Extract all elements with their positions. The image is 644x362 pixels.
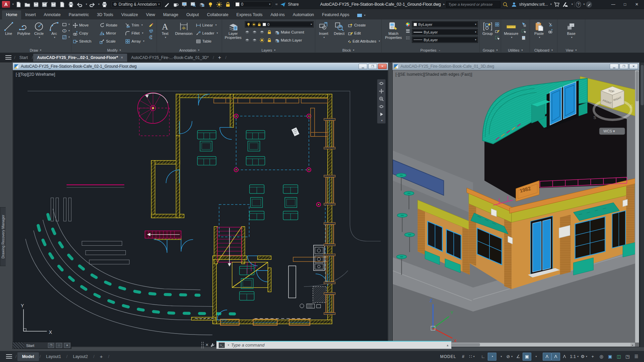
group-select-toggle[interactable]: [495, 36, 499, 40]
save-to-mobile-button[interactable]: [50, 1, 57, 8]
assistant-icon[interactable]: [586, 1, 592, 8]
autocad-logo[interactable]: A: [2, 1, 10, 8]
cart-icon[interactable]: [553, 1, 560, 8]
quick-layer-combo[interactable]: 0 ▾: [233, 1, 273, 8]
layer-freeze-button[interactable]: [260, 30, 264, 35]
left-window-close-button[interactable]: ✕: [378, 64, 387, 69]
layer-combo[interactable]: 0 ▾: [245, 21, 314, 27]
polar-tracking-toggle[interactable]: ◔: [488, 353, 496, 361]
make-current-button[interactable]: Make Current: [274, 29, 304, 36]
new-file-button[interactable]: [15, 1, 22, 8]
graphics-performance-button[interactable]: ◫: [614, 353, 623, 361]
close-window-button[interactable]: ✕: [632, 1, 642, 8]
zoom-icon[interactable]: [379, 96, 384, 102]
file-tab-menu-icon[interactable]: [5, 55, 11, 60]
copy-button[interactable]: Copy: [73, 30, 98, 37]
select-similar-button[interactable]: [521, 29, 526, 34]
layout2-tab[interactable]: Layout2: [68, 352, 92, 361]
panel-label-view[interactable]: View▾: [557, 48, 585, 53]
layer-walk-icon[interactable]: [198, 1, 206, 8]
file-tab-3d[interactable]: AutoCAD-FY25_Fire-...-Book-Cafe_01_3D*: [127, 54, 213, 62]
user-avatar[interactable]: [511, 1, 518, 8]
right-window-title-bar[interactable]: AutoCAD-FY25_Fire-Station-Book-Cafe_01_3…: [392, 63, 639, 70]
help-caret-icon[interactable]: ▾: [583, 3, 585, 6]
file-tab-ground-floor[interactable]: AutoCAD-FY25_Fire-...02-1_Ground-Floor* …: [33, 54, 127, 62]
user-caret-icon[interactable]: ▾: [550, 3, 552, 6]
right-window-close-button[interactable]: ✕: [629, 64, 638, 69]
share-icon[interactable]: [279, 1, 287, 8]
rotate-button[interactable]: Rotate: [100, 22, 123, 28]
panel-label-utilities[interactable]: Utilities▾: [501, 48, 530, 53]
left-window-restore-button[interactable]: ❐: [368, 64, 377, 69]
layer-on-bulb-icon[interactable]: [207, 1, 214, 8]
grid-toggle[interactable]: #: [459, 353, 468, 361]
panel-label-properties[interactable]: Properties⌄: [382, 48, 479, 53]
explode-button[interactable]: [149, 28, 153, 33]
minimized-restore-button[interactable]: ❐: [48, 343, 54, 348]
minimized-window-grip[interactable]: [13, 342, 24, 349]
autodesk-logo-icon[interactable]: [562, 1, 569, 8]
text-button[interactable]: Text▾: [158, 20, 172, 39]
base-view-button[interactable]: Base▾: [564, 20, 579, 39]
tab-manage[interactable]: Manage: [159, 10, 182, 19]
sheet-pen-icon[interactable]: [163, 1, 171, 8]
scroll-right-arrow-icon[interactable]: ▸: [631, 343, 635, 347]
open-file-button[interactable]: [24, 1, 31, 8]
tab-add-ins[interactable]: Add-ins: [266, 10, 288, 19]
left-window-title-bar[interactable]: AutoCAD-FY25_Fire-Station-Book-Cafe_02-1…: [13, 63, 388, 70]
lineweight-combo[interactable]: ByLayer▾: [412, 29, 478, 35]
undo-caret-icon[interactable]: ▾: [86, 3, 87, 6]
panel-label-block[interactable]: Block▾: [315, 48, 381, 53]
right-viewport-controls[interactable]: [-][SE Isometric][Shaded with edges (Fas…: [395, 72, 472, 77]
app-scrollbar[interactable]: [640, 62, 644, 347]
edit-attributes-button[interactable]: Edit Attributes▾: [348, 38, 380, 45]
layout1-tab[interactable]: Layout1: [41, 352, 65, 361]
match-properties-button[interactable]: Match Properties: [383, 20, 404, 40]
rectangle-button[interactable]: ▾: [62, 22, 70, 27]
ellipse-button[interactable]: ▾: [62, 28, 70, 33]
panel-label-clipboard[interactable]: Clipboard▾: [530, 48, 557, 53]
minimize-window-button[interactable]: —: [608, 1, 619, 8]
help-search-input[interactable]: Type a keyword or phrase: [446, 1, 500, 8]
paste-button[interactable]: Paste▾: [531, 20, 547, 39]
layer-thaw-sun-icon[interactable]: [216, 1, 223, 8]
erase-button[interactable]: [149, 22, 153, 27]
customization-menu-button[interactable]: ☰: [632, 353, 641, 361]
group-button[interactable]: Group: [481, 20, 494, 36]
left-viewport-controls[interactable]: [-][Top][2D Wireframe]: [16, 72, 55, 77]
leader-button[interactable]: Leader▾: [196, 30, 220, 37]
ortho-toggle[interactable]: ∟: [479, 353, 488, 361]
tab-view[interactable]: View: [142, 10, 159, 19]
floor-plan-drawing[interactable]: Y X: [13, 70, 388, 347]
workspace-switcher[interactable]: ⚙ Drafting & Annotation ▾: [111, 1, 162, 8]
help-button[interactable]: ?: [576, 2, 581, 7]
share-button[interactable]: Share: [288, 2, 299, 7]
batch-plot-button[interactable]: [101, 1, 108, 8]
quick-select-button[interactable]: [521, 22, 526, 27]
cut-button[interactable]: [548, 22, 553, 27]
copy-clip-button[interactable]: [548, 29, 553, 34]
maximize-window-button[interactable]: □: [620, 1, 630, 8]
edit-block-button[interactable]: Edit: [348, 30, 380, 37]
wcs-dropdown[interactable]: WCS ▾: [603, 129, 615, 133]
annotation-scale-icon[interactable]: Λ: [560, 353, 569, 361]
panel-label-annotation[interactable]: Annotation▾: [157, 48, 222, 53]
tab-express-tools[interactable]: Express Tools: [232, 10, 267, 19]
annotation-visibility-toggle[interactable]: Λ: [543, 353, 551, 361]
layer-isolate-button[interactable]: [252, 30, 257, 35]
table-button[interactable]: Table: [196, 38, 220, 45]
group-edit-button[interactable]: [495, 29, 499, 34]
workspace-switch-gear[interactable]: ⚙▾: [580, 353, 588, 361]
tab-visualize[interactable]: Visualize: [117, 10, 142, 19]
minimized-start-window[interactable]: Start ❐ □ ✕: [12, 342, 71, 349]
osnap-toggle[interactable]: ▣: [523, 353, 531, 361]
object-color-combo[interactable]: ByLayer▾: [412, 21, 478, 27]
pan-hand-icon[interactable]: [379, 88, 384, 94]
panel-label-modify[interactable]: Modify▾: [71, 48, 157, 53]
osnap-caret-icon[interactable]: ▾: [531, 353, 540, 361]
detect-block-button[interactable]: Detect: [332, 20, 346, 36]
new-layout-button[interactable]: +: [95, 352, 108, 361]
layer-lock-button[interactable]: [267, 30, 272, 35]
showmotion-icon[interactable]: [379, 112, 384, 117]
layer-list-caret-icon[interactable]: ≂: [275, 3, 278, 6]
